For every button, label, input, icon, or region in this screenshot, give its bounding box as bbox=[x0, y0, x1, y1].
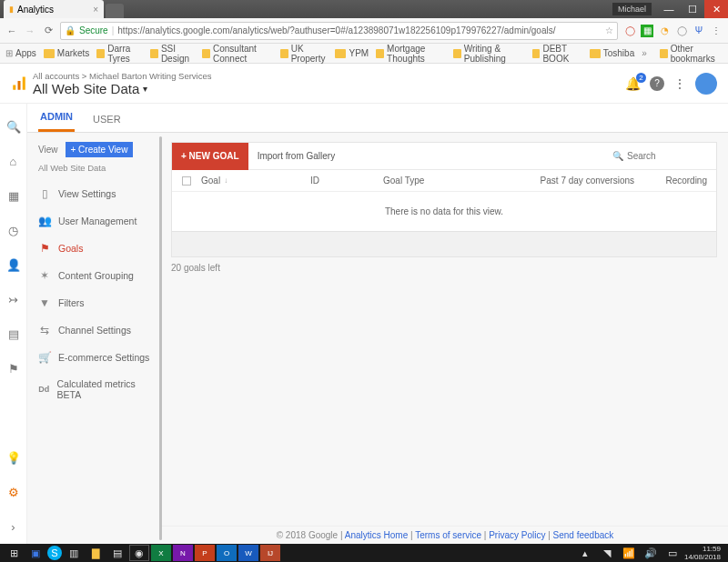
bookmark-folder[interactable]: YPM bbox=[335, 48, 369, 58]
bookmark-folder[interactable]: SSI Design bbox=[150, 44, 195, 64]
extension-icon[interactable]: ◯ bbox=[675, 25, 688, 37]
breadcrumb[interactable]: All accounts > Michael Barton Writing Se… bbox=[33, 71, 212, 81]
extension-icon[interactable]: ◔ bbox=[658, 25, 671, 37]
discover-icon[interactable]: 💡 bbox=[0, 440, 27, 475]
file-icon: ▯ bbox=[38, 187, 51, 200]
nav-back-icon[interactable]: ← bbox=[5, 25, 18, 36]
users-icon: 👥 bbox=[38, 215, 51, 227]
menu-goals[interactable]: ⚑Goals bbox=[33, 235, 157, 262]
view-selector[interactable]: All Web Site Data▾ bbox=[33, 81, 212, 96]
search-icon[interactable]: 🔍 bbox=[0, 109, 27, 144]
tab-admin[interactable]: ADMIN bbox=[38, 104, 75, 132]
behavior-icon[interactable]: ▤ bbox=[0, 316, 27, 351]
col-recording[interactable]: Recording bbox=[652, 176, 716, 186]
taskbar-powerpoint-icon[interactable]: P bbox=[195, 545, 215, 561]
menu-channel-settings[interactable]: ⇆Channel Settings bbox=[33, 316, 157, 344]
footer-link[interactable]: Analytics Home bbox=[345, 530, 408, 540]
bookmark-folder[interactable]: Darra Tyres bbox=[96, 44, 143, 64]
tray-volume-icon[interactable]: 🔊 bbox=[641, 545, 661, 561]
channel-icon: ⇆ bbox=[38, 324, 51, 336]
new-tab-button[interactable] bbox=[106, 4, 124, 18]
help-icon[interactable]: ? bbox=[650, 76, 664, 91]
audience-icon[interactable]: 👤 bbox=[0, 247, 27, 282]
new-goal-button[interactable]: + NEW GOAL bbox=[172, 143, 248, 170]
maximize-button[interactable]: ☐ bbox=[681, 0, 704, 18]
menu-content-grouping[interactable]: ✶Content Grouping bbox=[33, 262, 157, 289]
menu-filters[interactable]: ▼Filters bbox=[33, 289, 157, 316]
admin-gear-icon[interactable]: ⚙ bbox=[0, 475, 27, 509]
footer-link[interactable]: Send feedback bbox=[553, 530, 614, 540]
collapse-rail-icon[interactable]: › bbox=[0, 509, 27, 544]
system-clock[interactable]: 11:59 14/08/2018 bbox=[684, 545, 724, 561]
bookmark-folder[interactable]: Writing & Publishing bbox=[453, 44, 525, 64]
bookmark-folder[interactable]: UK Property bbox=[280, 44, 329, 64]
cart-icon: 🛒 bbox=[38, 351, 51, 364]
bookmark-folder[interactable]: Consultant Connect bbox=[202, 44, 273, 64]
realtime-icon[interactable]: ◷ bbox=[0, 213, 27, 247]
menu-ecommerce-settings[interactable]: 🛒E-commerce Settings bbox=[33, 344, 157, 371]
taskbar-word-icon[interactable]: W bbox=[238, 545, 258, 561]
other-bookmarks[interactable]: Other bookmarks bbox=[660, 44, 723, 64]
tray-up-icon[interactable]: ▴ bbox=[575, 545, 595, 561]
col-conversions[interactable]: Past 7 day conversions bbox=[511, 176, 652, 186]
chrome-menu-icon[interactable]: ⋮ bbox=[710, 25, 723, 37]
extension-icon[interactable]: Ψ bbox=[693, 25, 705, 37]
bookmark-folder[interactable]: Markets bbox=[44, 48, 90, 58]
menu-calculated-metrics[interactable]: DdCalculated metrics BETA bbox=[33, 371, 157, 407]
taskbar-excel-icon[interactable]: X bbox=[151, 545, 171, 561]
col-goal[interactable]: Goal↓ bbox=[201, 176, 310, 186]
search-icon: 🔍 bbox=[612, 151, 623, 161]
taskbar-onenote-icon[interactable]: N bbox=[173, 545, 193, 561]
more-menu-icon[interactable]: ⋮ bbox=[673, 76, 686, 91]
apps-shortcut[interactable]: ⊞Apps bbox=[5, 48, 36, 58]
tray-battery-icon[interactable]: ▭ bbox=[662, 545, 682, 561]
avatar[interactable] bbox=[695, 73, 717, 95]
tray-wifi-icon[interactable]: 📶 bbox=[619, 545, 639, 561]
select-all-checkbox[interactable] bbox=[182, 176, 191, 186]
close-tab-icon[interactable]: × bbox=[93, 5, 98, 15]
taskbar-skype-icon[interactable]: S bbox=[47, 546, 62, 560]
bookmarks-overflow[interactable]: » bbox=[642, 48, 647, 58]
bookmark-folder[interactable]: Toshiba bbox=[590, 48, 634, 58]
notifications-icon[interactable]: 🔔2 bbox=[625, 76, 641, 91]
omnibox[interactable]: 🔒 Secure | https://analytics.google.com/… bbox=[60, 22, 618, 40]
address-bar: ← → ⟳ 🔒 Secure | https://analytics.googl… bbox=[0, 18, 728, 44]
browser-tab[interactable]: ▮ Analytics × bbox=[4, 0, 104, 18]
taskbar-folder-icon[interactable]: ▇ bbox=[86, 545, 106, 561]
taskbar-app-icon[interactable]: IJ bbox=[260, 545, 280, 561]
window-close-button[interactable]: ✕ bbox=[704, 0, 728, 18]
bookmark-folder[interactable]: DEBT BOOK bbox=[532, 44, 582, 64]
reload-icon[interactable]: ⟳ bbox=[42, 25, 55, 36]
search-input[interactable] bbox=[627, 151, 709, 161]
menu-view-settings[interactable]: ▯View Settings bbox=[33, 180, 157, 207]
taskbar-app-icon[interactable]: ▥ bbox=[64, 545, 84, 561]
lock-icon: 🔒 bbox=[65, 25, 76, 35]
goals-search[interactable]: 🔍 bbox=[605, 151, 716, 161]
taskbar-chrome-icon[interactable]: ◉ bbox=[129, 545, 149, 561]
footer-link[interactable]: Terms of service bbox=[415, 530, 481, 540]
extension-icon[interactable]: ▦ bbox=[641, 25, 653, 37]
nav-forward-icon[interactable]: → bbox=[24, 25, 36, 36]
footer-link[interactable]: Privacy Policy bbox=[489, 530, 545, 540]
bookmark-star-icon[interactable]: ☆ bbox=[605, 25, 613, 35]
svg-rect-0 bbox=[13, 85, 15, 89]
menu-user-management[interactable]: 👥User Management bbox=[33, 207, 157, 235]
create-view-button[interactable]: + Create View bbox=[66, 142, 134, 157]
extension-icon[interactable]: ◯ bbox=[623, 25, 636, 37]
taskbar-outlook-icon[interactable]: O bbox=[217, 545, 237, 561]
acquisition-icon[interactable]: ↣ bbox=[0, 282, 27, 316]
minimize-button[interactable]: — bbox=[657, 0, 681, 18]
conversions-icon[interactable]: ⚑ bbox=[0, 351, 27, 386]
tab-user[interactable]: USER bbox=[91, 106, 123, 132]
home-icon[interactable]: ⌂ bbox=[0, 144, 27, 178]
taskbar-app-icon[interactable]: ▣ bbox=[25, 545, 46, 561]
import-from-gallery-link[interactable]: Import from Gallery bbox=[248, 151, 345, 161]
tray-network-icon[interactable]: ◥ bbox=[597, 545, 617, 561]
col-type[interactable]: Goal Type bbox=[383, 176, 511, 186]
taskbar-app-icon[interactable]: ▤ bbox=[107, 545, 127, 561]
start-button[interactable]: ⊞ bbox=[4, 545, 24, 561]
chrome-user-chip[interactable]: Michael bbox=[612, 3, 652, 15]
bookmark-folder[interactable]: Mortgage Thoughts bbox=[376, 44, 446, 64]
col-id[interactable]: ID bbox=[310, 176, 383, 186]
customization-icon[interactable]: ▦ bbox=[0, 178, 27, 213]
